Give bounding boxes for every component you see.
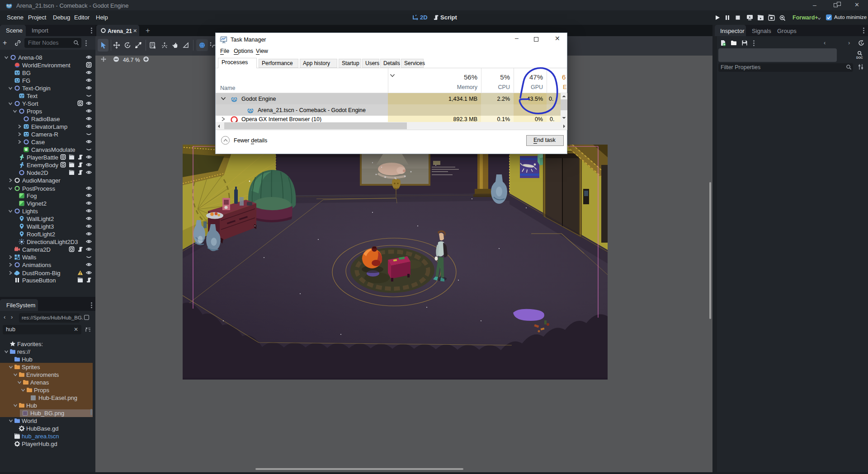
svg-text:DOC: DOC [856,56,863,59]
